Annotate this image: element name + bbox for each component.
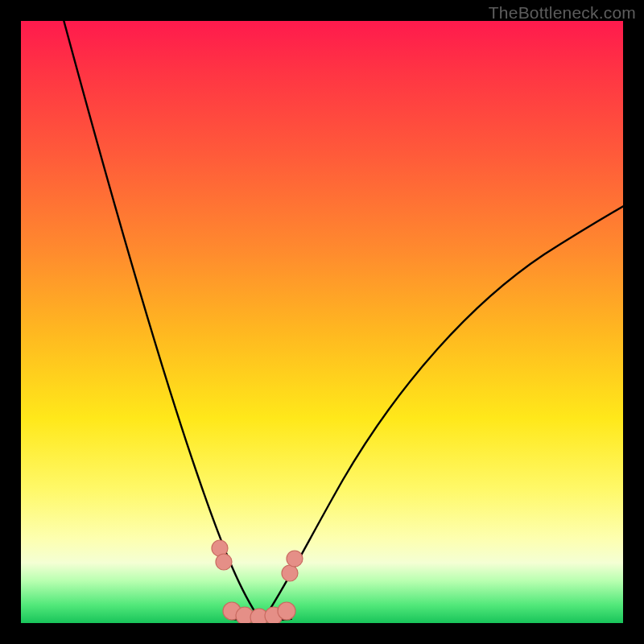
marker-dot bbox=[287, 551, 303, 567]
left-curve bbox=[63, 21, 256, 613]
plot-area bbox=[21, 21, 623, 623]
chart-svg bbox=[21, 21, 623, 623]
marker-dot bbox=[216, 554, 232, 570]
marker-group bbox=[212, 540, 303, 623]
outer-frame: TheBottleneck.com bbox=[0, 0, 644, 644]
marker-dot bbox=[282, 565, 298, 581]
marker-dot bbox=[278, 602, 295, 620]
watermark-text: TheBottleneck.com bbox=[489, 3, 636, 23]
right-curve bbox=[267, 204, 623, 613]
